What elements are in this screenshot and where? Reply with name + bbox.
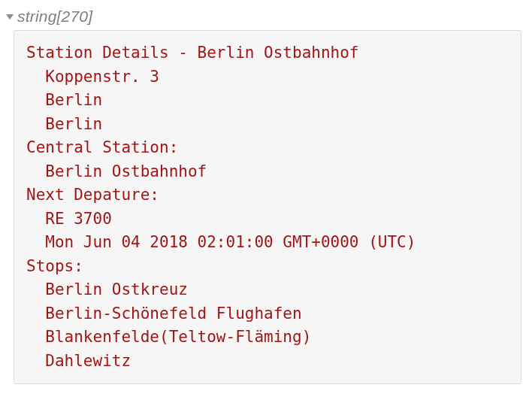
value-header: string[270] (5, 8, 527, 26)
inspector-panel: string[270] Station Details - Berlin Ost… (0, 0, 532, 393)
string-content: Station Details - Berlin Ostbahnhof Kopp… (26, 41, 509, 373)
type-name: string (17, 8, 57, 25)
type-label: string[270] (17, 8, 92, 26)
value-box: Station Details - Berlin Ostbahnhof Kopp… (14, 30, 521, 384)
disclosure-triangle-icon[interactable] (6, 14, 14, 20)
type-length: [270] (57, 8, 93, 25)
